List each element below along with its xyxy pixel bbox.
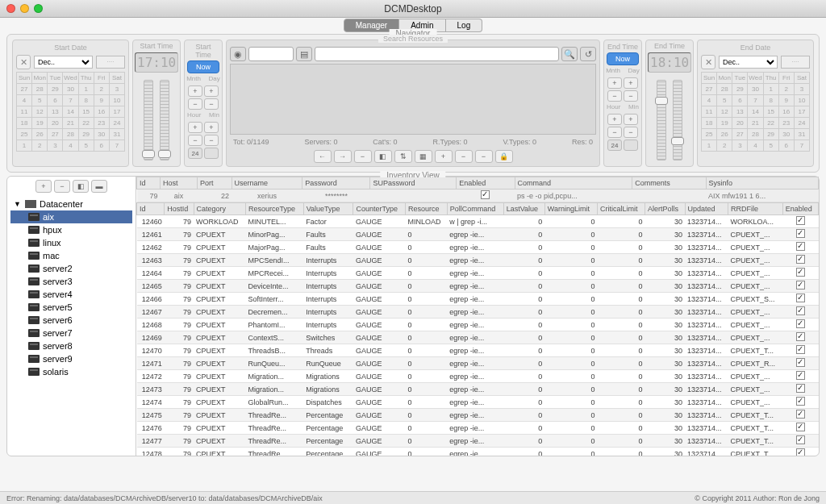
end-day-plus[interactable]: + [624, 77, 638, 89]
row-enabled-checkbox[interactable] [796, 384, 805, 393]
end-min-slider[interactable] [673, 80, 682, 160]
start-month-select[interactable]: Dec.. [34, 56, 93, 69]
start-day-plus[interactable]: + [204, 85, 219, 97]
start-day-minus[interactable]: − [204, 98, 219, 110]
row-enabled-checkbox[interactable] [796, 281, 805, 289]
end-min-minus[interactable]: − [624, 127, 638, 138]
end-hour-minus[interactable]: − [607, 127, 622, 138]
table-row[interactable]: 1247179CPUEXTRunQueu...RunQueueGAUGE0egr… [137, 357, 819, 370]
filter-icon[interactable]: ▤ [296, 47, 312, 61]
table-row[interactable]: 1246079WORKLOADMINUTEL...FactorGAUGEMINL… [137, 215, 819, 228]
sum-col-SUPassword[interactable]: SUPassword [370, 177, 457, 190]
row-enabled-checkbox[interactable] [796, 448, 805, 456]
start-24-value[interactable]: 24 [188, 148, 202, 159]
row-enabled-checkbox[interactable] [796, 332, 805, 341]
inv-col-ValueType[interactable]: ValueType [303, 203, 353, 215]
row-enabled-checkbox[interactable] [796, 268, 805, 277]
search-tool-3[interactable]: ◧ [374, 150, 392, 163]
start-hour-slider[interactable] [144, 80, 153, 160]
search-tool-4[interactable]: ⇅ [394, 150, 412, 163]
tree-item-hpux[interactable]: hpux [10, 223, 132, 236]
tree-item-mac[interactable]: mac [10, 249, 132, 262]
row-enabled-checkbox[interactable] [796, 255, 805, 264]
inv-col-Enabled[interactable]: Enabled [782, 203, 818, 215]
end-day-minus[interactable]: − [624, 90, 638, 102]
inv-col-AlertPolls[interactable]: AlertPolls [645, 203, 685, 215]
end-min-plus[interactable]: + [624, 114, 638, 125]
end-hour-plus[interactable]: + [607, 114, 622, 125]
tree-item-server6[interactable]: server6 [10, 314, 132, 327]
tree-item-server9[interactable]: server9 [10, 352, 132, 365]
start-hour-minus[interactable]: − [188, 135, 202, 146]
tree-item-server2[interactable]: server2 [10, 262, 132, 275]
inv-col-ResourceType[interactable]: ResourceType [246, 203, 304, 215]
inv-col-CounterType[interactable]: CounterType [353, 203, 405, 215]
table-row[interactable]: 1246479CPUEXTMPCRecei...InterruptsGAUGE0… [137, 267, 819, 280]
tree-root[interactable]: ▼Datacenter [10, 198, 132, 210]
end-month-select[interactable]: Dec.. [719, 56, 778, 69]
start-hour-plus[interactable]: + [188, 122, 202, 133]
row-enabled-checkbox[interactable] [796, 410, 805, 419]
row-enabled-checkbox[interactable] [796, 358, 805, 367]
tab-log[interactable]: Log [446, 19, 483, 32]
table-row[interactable]: 1247279CPUEXTMigration...MigrationsGAUGE… [137, 370, 819, 383]
row-enabled-checkbox[interactable] [796, 229, 805, 238]
start-date-clear-icon[interactable]: ✕ [16, 55, 31, 69]
start-calendar[interactable]: SunMonTueWedThuFriSat2728293012345678910… [16, 72, 125, 152]
tree-item-server4[interactable]: server4 [10, 288, 132, 301]
search-tool-1[interactable]: → [334, 150, 352, 163]
table-row[interactable]: 1247579CPUEXTThreadRe...PercentageGAUGE0… [137, 409, 819, 422]
row-enabled-checkbox[interactable] [796, 319, 805, 328]
sum-col-Host[interactable]: Host [160, 177, 197, 190]
inv-col-LastValue[interactable]: LastValue [503, 203, 544, 215]
inv-col-HostId[interactable]: HostId [165, 203, 194, 215]
inv-col-PollCommand[interactable]: PollCommand [447, 203, 503, 215]
search-icon[interactable]: 🔍 [561, 47, 578, 61]
inv-col-Resource[interactable]: Resource [405, 203, 447, 215]
inv-col-CriticalLimit[interactable]: CriticalLimit [597, 203, 645, 215]
search-tool-5[interactable]: ▦ [415, 150, 432, 163]
table-row[interactable]: 1246579CPUEXTDeviceInte...InterruptsGAUG… [137, 280, 819, 293]
table-pane[interactable]: IdHostPortUsernamePasswordSUPasswordEnab… [136, 177, 819, 456]
start-mnth-minus[interactable]: − [188, 98, 202, 110]
table-row[interactable]: 1246679CPUEXTSoftInterr...InterruptsGAUG… [137, 293, 819, 306]
tree-item-linux[interactable]: linux [10, 236, 132, 249]
tree-remove-button[interactable]: − [54, 180, 70, 193]
end-year-field[interactable]: .... [781, 56, 810, 69]
tree-view1-button[interactable]: ◧ [73, 180, 89, 193]
end-empty-value[interactable] [624, 140, 638, 151]
table-row[interactable]: 1247779CPUEXTThreadRe...PercentageGAUGE0… [137, 435, 819, 448]
start-min-plus[interactable]: + [204, 122, 219, 133]
table-row[interactable]: 1246879CPUEXTPhantomI...InterruptsGAUGE0… [137, 319, 819, 331]
search-tool-7[interactable]: − [455, 150, 473, 163]
row-enabled-checkbox[interactable] [796, 306, 805, 315]
row-enabled-checkbox[interactable] [796, 371, 805, 380]
search-clear-icon[interactable]: ↺ [580, 47, 596, 61]
table-row[interactable]: 1246179CPUEXTMinorPag...FaultsGAUGE0egre… [137, 228, 819, 241]
tree-item-server5[interactable]: server5 [10, 301, 132, 314]
row-enabled-checkbox[interactable] [796, 397, 805, 406]
search-tool-6[interactable]: + [435, 150, 453, 163]
row-enabled-checkbox[interactable] [796, 345, 805, 354]
sum-col-Port[interactable]: Port [198, 177, 232, 190]
inv-col-Id[interactable]: Id [137, 203, 165, 215]
table-row[interactable]: 1247679CPUEXTThreadRe...PercentageGAUGE0… [137, 422, 819, 435]
sum-col-Comments[interactable]: Comments [632, 177, 706, 190]
end-mnth-plus[interactable]: + [607, 77, 622, 89]
sum-col-Id[interactable]: Id [137, 177, 161, 190]
tree-view2-button[interactable]: ▬ [91, 180, 107, 193]
table-row[interactable]: 1246979CPUEXTContextS...SwitchesGAUGE0eg… [137, 331, 819, 344]
table-row[interactable]: 1247379CPUEXTMigration...MigrationsGAUGE… [137, 383, 819, 396]
tree-item-aix[interactable]: aix [10, 210, 132, 223]
search-tool-2[interactable]: − [354, 150, 372, 163]
start-now-button[interactable]: Now [187, 60, 219, 73]
summary-enabled-checkbox[interactable] [481, 190, 490, 199]
end-date-clear-icon[interactable]: ✕ [701, 55, 715, 69]
tree-add-button[interactable]: + [35, 180, 52, 193]
row-enabled-checkbox[interactable] [796, 423, 805, 431]
row-enabled-checkbox[interactable] [796, 216, 805, 225]
tree-item-server7[interactable]: server7 [10, 327, 132, 339]
end-now-button[interactable]: Now [607, 52, 639, 65]
table-row[interactable]: 1247479CPUEXTGlobalRun...DispatchesGAUGE… [137, 396, 819, 409]
table-row[interactable]: 1246379CPUEXTMPCSendI...InterruptsGAUGE0… [137, 254, 819, 267]
